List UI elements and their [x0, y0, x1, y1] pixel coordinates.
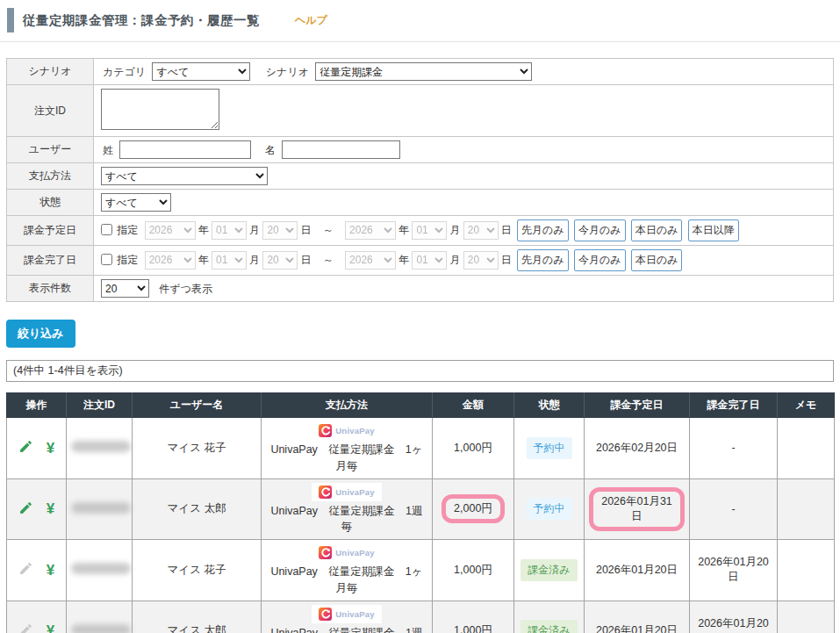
last-name-input[interactable]	[119, 140, 251, 159]
category-select[interactable]: すべて	[152, 62, 250, 81]
scheduled-date-checkbox[interactable]	[101, 224, 112, 235]
specify-label: 指定	[117, 224, 138, 236]
payment-method-select[interactable]: すべて	[101, 167, 268, 185]
user-name: マイス 太郎	[133, 601, 262, 633]
day-unit: 日	[501, 254, 512, 266]
user-name: マイス 太郎	[133, 478, 262, 540]
edit-icon[interactable]	[18, 439, 33, 457]
order-id-input[interactable]	[101, 89, 219, 130]
status-badge: 予約中	[527, 437, 572, 459]
page-size-select[interactable]: 20	[101, 279, 149, 298]
filter-row-status: 状態 すべて	[7, 190, 834, 216]
specify-label: 指定	[117, 254, 138, 266]
univapay-logo: UnivaPay	[312, 543, 381, 562]
memo-cell	[778, 418, 835, 479]
memo-cell	[778, 601, 835, 633]
memo-cell	[778, 540, 835, 601]
order-id-redacted	[71, 563, 131, 574]
completed-from-year-select[interactable]: 2026	[145, 251, 196, 270]
scheduled-date: 2026年01月20日	[585, 601, 690, 633]
year-unit: 年	[398, 254, 409, 266]
scheduled-today-button[interactable]: 本日のみ	[631, 219, 683, 241]
completed-date: -	[690, 418, 778, 479]
header-amount: 金額	[433, 393, 514, 418]
page-size-suffix: 件ずつ表示	[159, 283, 212, 295]
day-unit: 日	[300, 224, 311, 236]
month-unit: 月	[249, 224, 260, 236]
filter-submit-button[interactable]: 絞り込み	[6, 320, 75, 348]
completed-to-day-select[interactable]: 20	[463, 251, 499, 270]
status-badge: 予約中	[527, 498, 572, 520]
order-id-redacted	[71, 624, 131, 633]
day-unit: 日	[501, 224, 512, 236]
amount: 2,000円	[454, 502, 492, 514]
filter-row-scenario: シナリオ カテゴリ すべて シナリオ 従量定期課金	[7, 59, 834, 85]
year-unit: 年	[198, 254, 209, 266]
day-unit: 日	[300, 254, 311, 266]
header-status: 状態	[514, 393, 585, 418]
payment-method-label: 支払方法	[7, 163, 94, 190]
scheduled-from-month-select[interactable]: 01	[212, 221, 247, 240]
scheduled-from-year-select[interactable]: 2026	[145, 221, 196, 240]
edit-icon[interactable]	[18, 500, 33, 518]
completed-this-month-button[interactable]: 今月のみ	[574, 249, 626, 271]
scheduled-last-month-button[interactable]: 先月のみ	[517, 219, 569, 241]
filter-row-payment-method: 支払方法 すべて	[7, 163, 834, 190]
completed-date: -	[690, 478, 778, 540]
table-row: ¥ マイス 花子 UnivaPay UnivaPay 従量定期課金 1ヶ月毎 1…	[7, 540, 835, 601]
scheduled-date: 2026年01月31日	[601, 495, 672, 522]
yen-charge-icon[interactable]: ¥	[47, 501, 54, 516]
payment-description: UnivaPay 従量定期課金 1週毎	[266, 625, 427, 633]
scheduled-date: 2026年02月20日	[585, 418, 690, 479]
first-name-input[interactable]	[282, 140, 400, 159]
scenario-select[interactable]: 従量定期課金	[315, 62, 532, 81]
table-row: ¥ マイス 花子 UnivaPay UnivaPay 従量定期課金 1ヶ月毎 1…	[7, 418, 835, 479]
results-table: 操作 注文ID ユーザー名 支払方法 金額 状態 課金予定日 課金完了日 メモ …	[6, 392, 835, 633]
completed-last-month-button[interactable]: 先月のみ	[517, 249, 569, 271]
filter-row-scheduled-date: 課金予定日 指定 2026年 01月 20日 ～ 2026年 01月 20日 先…	[7, 216, 834, 246]
scheduled-to-month-select[interactable]: 01	[412, 221, 447, 240]
payment-method-cell: UnivaPay UnivaPay 従量定期課金 1週毎	[262, 478, 433, 540]
first-name-label: 名	[265, 144, 276, 156]
header-payment-method: 支払方法	[262, 393, 433, 418]
category-label: カテゴリ	[103, 66, 146, 78]
completed-today-button[interactable]: 本日のみ	[631, 249, 683, 271]
payment-description: UnivaPay 従量定期課金 1週毎	[266, 503, 427, 536]
header-user-name: ユーザー名	[133, 393, 262, 418]
amount-highlight: 2,000円	[442, 494, 505, 523]
last-name-label: 姓	[103, 144, 113, 156]
payment-description: UnivaPay 従量定期課金 1ヶ月毎	[266, 564, 427, 597]
yen-charge-icon[interactable]: ¥	[47, 441, 54, 456]
filter-row-completed-date: 課金完了日 指定 2026年 01月 20日 ～ 2026年 01月 20日 先…	[7, 246, 834, 276]
completed-from-day-select[interactable]: 20	[262, 251, 298, 270]
completed-date-checkbox[interactable]	[101, 254, 112, 265]
scheduled-date-label: 課金予定日	[7, 216, 94, 246]
yen-charge-icon[interactable]: ¥	[47, 623, 54, 633]
scheduled-date: 2026年01月20日	[585, 540, 690, 601]
page-size-label: 表示件数	[7, 276, 94, 302]
scheduled-today-onward-button[interactable]: 本日以降	[688, 219, 739, 241]
amount: 1,000円	[433, 540, 514, 601]
amount: 1,000円	[433, 601, 514, 633]
scenario-select-label: シナリオ	[266, 66, 309, 78]
order-id-redacted	[71, 441, 131, 452]
filter-row-order-id: 注文ID	[7, 85, 834, 137]
status-badge: 課金済み	[521, 559, 577, 581]
help-link[interactable]: ヘルプ	[295, 13, 327, 28]
univapay-logo: UnivaPay	[312, 605, 381, 623]
scheduled-to-day-select[interactable]: 20	[463, 221, 499, 240]
month-unit: 月	[249, 254, 260, 266]
yen-charge-icon[interactable]: ¥	[47, 563, 54, 578]
user-name: マイス 花子	[133, 418, 262, 479]
scheduled-date-highlight: 2026年01月31日	[589, 487, 685, 531]
completed-to-year-select[interactable]: 2026	[345, 251, 396, 270]
status-select[interactable]: すべて	[101, 193, 171, 212]
scheduled-this-month-button[interactable]: 今月のみ	[574, 219, 626, 241]
scheduled-from-day-select[interactable]: 20	[262, 221, 298, 240]
completed-from-month-select[interactable]: 01	[212, 251, 247, 270]
completed-to-month-select[interactable]: 01	[412, 251, 447, 270]
header-order-id: 注文ID	[67, 393, 133, 418]
order-id-redacted	[71, 502, 131, 514]
scheduled-to-year-select[interactable]: 2026	[345, 221, 396, 240]
range-tilde: ～	[323, 224, 334, 236]
